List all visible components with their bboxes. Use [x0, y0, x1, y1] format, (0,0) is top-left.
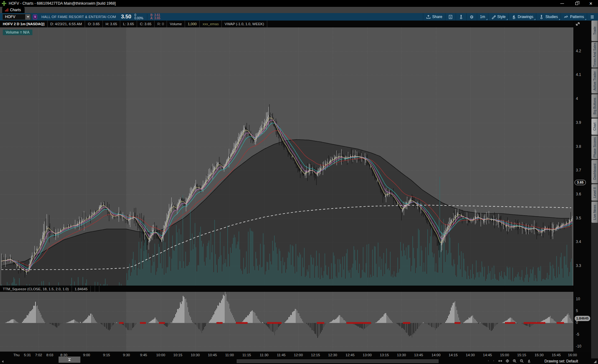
- symbol-dropdown-button[interactable]: [25, 14, 31, 20]
- close-button[interactable]: ✕: [584, 0, 598, 7]
- sidebar-tab-label: Dashboard: [593, 164, 596, 180]
- sidebar-tab-phase-scores[interactable]: Phase Scores: [591, 136, 598, 159]
- sidebar-tab-live-news[interactable]: Live News: [591, 202, 598, 223]
- collapse-icon: [68, 358, 71, 361]
- ohlc-cell-7: Volume: [167, 21, 185, 27]
- thinkorswim-logo-icon: [2, 1, 6, 6]
- toolbar-settings-button[interactable]: [466, 13, 477, 21]
- price-tick-4.2: 4.2: [576, 49, 581, 53]
- time-label-15-45: 15:45: [552, 352, 561, 358]
- symbol-input[interactable]: HOFV: [2, 14, 31, 20]
- toolbar-report-button[interactable]: [445, 13, 456, 21]
- time-label-11-45: 11:45: [277, 352, 286, 358]
- toolbar-share-button[interactable]: Share: [423, 13, 445, 21]
- link-group-badge[interactable]: 9: [33, 15, 37, 19]
- last-price: 3.50: [121, 14, 131, 20]
- time-label-12-30: 12:30: [328, 352, 337, 358]
- pan-left-icon[interactable]: [488, 360, 490, 362]
- sidebar-tab-times-and-sales[interactable]: Times And Sales: [591, 42, 598, 68]
- price-axis[interactable]: 4.24.143.93.83.73.63.53.43.33.651050-5-1…: [573, 21, 591, 358]
- time-label-11-15: 11:15: [242, 352, 251, 358]
- sidebar-gadget-tabs: TradeTimes And SalesActive TraderBig But…: [591, 21, 598, 358]
- squeeze-tick--10: -10: [576, 344, 581, 348]
- toolbar-patterns-button[interactable]: Patterns: [561, 13, 587, 21]
- sidebar-tab-dashboard[interactable]: Dashboard: [591, 160, 598, 183]
- time-label-11-30: 11:30: [260, 352, 268, 358]
- sidebar-tab-chart[interactable]: Chart: [591, 119, 598, 135]
- time-label-13-30: 13:30: [397, 352, 406, 358]
- time-label-14-30: 14:30: [466, 352, 475, 358]
- sidebar-tab-big-buttons[interactable]: Big Buttons: [591, 94, 598, 118]
- price-tick-3.6: 3.6: [576, 192, 581, 196]
- time-label-14-45: 14:45: [483, 352, 492, 358]
- last-price-marker: 3.65: [575, 180, 586, 185]
- company-name: HALL OF FAME RESORT & ENTERTAI COM: [41, 15, 116, 19]
- toolbar-chart-menu-button[interactable]: [587, 13, 597, 21]
- squeeze-header-cell: [95, 286, 99, 292]
- pan-left-edge-icon[interactable]: [2, 360, 3, 363]
- ohlc-cell-3: H: 3.65: [103, 21, 120, 27]
- sidebar-tab-label: Active Trader: [593, 71, 596, 91]
- squeeze-study-canvas[interactable]: [0, 292, 573, 352]
- ohlc-cell-8: 1,000: [185, 21, 200, 27]
- squeeze-header-row: TTM_Squeeze (CLOSE, 18, 1.5, 2.0, 1.0) 1…: [0, 286, 591, 292]
- toolbar-analyze-button[interactable]: [456, 13, 466, 21]
- symbol-value: HOFV: [3, 15, 25, 19]
- style-icon: [491, 15, 496, 19]
- time-label-9-15: 9:15: [103, 352, 110, 358]
- time-label-9-30: 9:30: [123, 352, 130, 358]
- toolbar-patterns-label: Patterns: [570, 15, 584, 19]
- ask-value: A: 3.65: [150, 17, 160, 20]
- sidebar-tab-label: Times And Sales: [593, 43, 596, 67]
- squeeze-tick-0: 0: [576, 320, 578, 325]
- price-tick-4: 4: [576, 96, 578, 101]
- toolbar-style-button[interactable]: Style: [488, 13, 509, 21]
- toolbar-right-group: Share1mStyleDrawingsStudiesPatterns: [423, 13, 597, 21]
- tab-charts[interactable]: Charts: [2, 7, 25, 13]
- resize-corner-icon[interactable]: [594, 360, 596, 363]
- time-label-14-00: 14:00: [432, 352, 441, 358]
- chart-bars-icon: [5, 8, 8, 12]
- toolbar-style-label: Style: [497, 15, 506, 19]
- sidebar-tab-label: Level II: [593, 187, 596, 198]
- price-tick-3.8: 3.8: [576, 144, 581, 149]
- pane-divider-grip[interactable]: [59, 357, 80, 363]
- time-axis[interactable]: Thu5:317:028:038:309:009:159:309:4510:00…: [0, 352, 591, 358]
- pan-right-icon[interactable]: [493, 360, 496, 362]
- hand-tool-icon[interactable]: [527, 359, 531, 363]
- sidebar-tab-active-trader[interactable]: Active Trader: [591, 68, 598, 93]
- squeeze-study-label: TTM_Squeeze (CLOSE, 18, 1.5, 2.0, 1.0): [0, 286, 72, 292]
- restore-button[interactable]: [569, 0, 584, 7]
- chart-header-row: HOFV 2 D 1m [NASDAQ]D: 4/23/21, 6:55 AMO…: [0, 21, 591, 27]
- zoom-out-icon[interactable]: [520, 359, 524, 363]
- sidebar-tab-level-ii[interactable]: Level II: [591, 184, 598, 201]
- toolbar-drawings-button[interactable]: Drawings: [508, 13, 536, 21]
- ohlc-cell-1: D: 4/23/21, 6:55 AM: [48, 21, 85, 27]
- ohlc-cell-2: O: 3.65: [85, 21, 103, 27]
- menu-icon: [590, 15, 595, 19]
- main-chart-canvas[interactable]: [0, 27, 573, 286]
- window-title: HOFV - Charts - 686109427TDA Main@thinko…: [9, 1, 116, 6]
- time-label-9-45: 9:45: [140, 352, 147, 358]
- bottom-bar: Drawing set: Default: [0, 358, 598, 364]
- squeeze-value-marker: 1.84645: [575, 316, 590, 321]
- crosshair-mode-icon[interactable]: [505, 359, 510, 363]
- time-label-8-03: 8:03: [46, 352, 53, 358]
- expand-chart-icon[interactable]: [575, 22, 580, 26]
- toolbar-timeframe-button[interactable]: 1m: [477, 13, 488, 21]
- flask-icon: [459, 15, 463, 19]
- ohlc-cell-4: L: 3.65: [120, 21, 137, 27]
- toolbar-drawings-label: Drawings: [518, 15, 533, 19]
- thinkorswim-window: HOFV - Charts - 686109427TDA Main@thinko…: [0, 0, 598, 364]
- time-label-10-00: 10:00: [156, 352, 165, 358]
- horizontal-scrollbar-thumb[interactable]: [237, 359, 439, 363]
- toolbar-studies-button[interactable]: Studies: [536, 13, 561, 21]
- sidebar-tab-trade[interactable]: Trade: [591, 21, 598, 41]
- ohlc-cell-5: C: 3.65: [137, 21, 154, 27]
- minimize-button[interactable]: [555, 0, 569, 7]
- pan-mode-icon[interactable]: [498, 359, 503, 363]
- zoom-in-icon[interactable]: [513, 359, 517, 363]
- time-label-11-00: 11:00: [225, 352, 234, 358]
- time-label-9-00: 9:00: [83, 352, 90, 358]
- flask-icon: [539, 15, 544, 19]
